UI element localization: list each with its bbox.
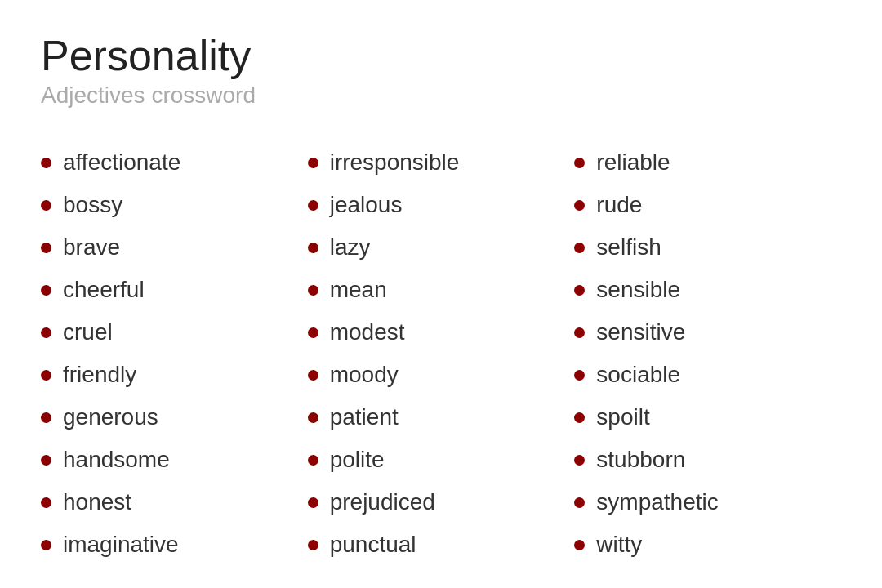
word-label: lazy xyxy=(330,234,371,261)
word-label: polite xyxy=(330,447,385,473)
list-item: reliable xyxy=(574,141,841,184)
bullet-icon xyxy=(308,200,318,211)
word-label: patient xyxy=(330,404,399,430)
bullet-icon xyxy=(308,243,318,253)
word-label: spoilt xyxy=(596,404,649,430)
list-item: handsome xyxy=(41,439,308,481)
word-label: stubborn xyxy=(596,447,685,473)
word-label: jealous xyxy=(330,192,403,218)
word-label: prejudiced xyxy=(330,489,435,515)
word-label: sociable xyxy=(596,362,680,388)
list-item: polite xyxy=(308,439,575,481)
word-label: bossy xyxy=(63,192,122,218)
word-label: honest xyxy=(63,489,131,515)
bullet-icon xyxy=(308,158,318,168)
word-label: cheerful xyxy=(63,277,145,303)
list-item: spoilt xyxy=(574,396,841,439)
word-label: reliable xyxy=(596,149,670,176)
bullet-icon xyxy=(574,540,585,550)
list-item: stubborn xyxy=(574,439,841,481)
bullet-icon xyxy=(574,200,585,211)
list-item: patient xyxy=(308,396,575,439)
bullet-icon xyxy=(41,412,51,423)
word-label: sympathetic xyxy=(596,489,718,515)
list-item: affectionate xyxy=(41,141,308,184)
list-item: rude xyxy=(574,184,841,226)
bullet-icon xyxy=(308,412,318,423)
bullet-icon xyxy=(308,497,318,508)
bullet-icon xyxy=(41,243,51,253)
word-label: sensitive xyxy=(596,319,685,345)
bullet-icon xyxy=(41,540,51,550)
word-label: affectionate xyxy=(63,149,180,176)
list-item: sensitive xyxy=(574,311,841,354)
bullet-icon xyxy=(574,285,585,296)
column-1: affectionatebossybravecheerfulcruelfrien… xyxy=(41,141,308,566)
bullet-icon xyxy=(41,158,51,168)
bullet-icon xyxy=(308,327,318,338)
list-item: sympathetic xyxy=(574,481,841,523)
page-subtitle: Adjectives crossword xyxy=(41,82,841,109)
word-label: sensible xyxy=(596,277,680,303)
list-item: bossy xyxy=(41,184,308,226)
word-columns: affectionatebossybravecheerfulcruelfrien… xyxy=(41,141,841,566)
word-label: rude xyxy=(596,192,642,218)
bullet-icon xyxy=(574,243,585,253)
bullet-icon xyxy=(41,327,51,338)
list-item: sociable xyxy=(574,354,841,396)
bullet-icon xyxy=(308,540,318,550)
bullet-icon xyxy=(574,327,585,338)
bullet-icon xyxy=(574,497,585,508)
word-label: imaginative xyxy=(63,532,179,558)
bullet-icon xyxy=(574,455,585,466)
list-item: brave xyxy=(41,226,308,269)
column-2: irresponsiblejealouslazymeanmodestmoodyp… xyxy=(308,141,575,566)
word-label: moody xyxy=(330,362,399,388)
list-item: punctual xyxy=(308,523,575,566)
list-item: cruel xyxy=(41,311,308,354)
word-label: brave xyxy=(63,234,120,261)
bullet-icon xyxy=(41,370,51,381)
word-label: punctual xyxy=(330,532,416,558)
list-item: imaginative xyxy=(41,523,308,566)
list-item: mean xyxy=(308,269,575,311)
bullet-icon xyxy=(574,158,585,168)
word-label: cruel xyxy=(63,319,113,345)
bullet-icon xyxy=(308,285,318,296)
list-item: cheerful xyxy=(41,269,308,311)
list-item: sensible xyxy=(574,269,841,311)
word-label: modest xyxy=(330,319,405,345)
word-label: handsome xyxy=(63,447,170,473)
word-label: irresponsible xyxy=(330,149,460,176)
column-3: reliablerudeselfishsensiblesensitivesoci… xyxy=(574,141,841,566)
list-item: witty xyxy=(574,523,841,566)
bullet-icon xyxy=(41,285,51,296)
list-item: jealous xyxy=(308,184,575,226)
word-label: generous xyxy=(63,404,158,430)
bullet-icon xyxy=(308,455,318,466)
word-label: selfish xyxy=(596,234,661,261)
bullet-icon xyxy=(41,497,51,508)
page-title: Personality xyxy=(41,33,841,79)
list-item: generous xyxy=(41,396,308,439)
list-item: honest xyxy=(41,481,308,523)
list-item: lazy xyxy=(308,226,575,269)
list-item: selfish xyxy=(574,226,841,269)
list-item: friendly xyxy=(41,354,308,396)
list-item: modest xyxy=(308,311,575,354)
bullet-icon xyxy=(308,370,318,381)
word-label: witty xyxy=(596,532,642,558)
bullet-icon xyxy=(574,370,585,381)
list-item: irresponsible xyxy=(308,141,575,184)
list-item: prejudiced xyxy=(308,481,575,523)
bullet-icon xyxy=(41,200,51,211)
word-label: mean xyxy=(330,277,387,303)
bullet-icon xyxy=(41,455,51,466)
word-label: friendly xyxy=(63,362,136,388)
bullet-icon xyxy=(574,412,585,423)
list-item: moody xyxy=(308,354,575,396)
